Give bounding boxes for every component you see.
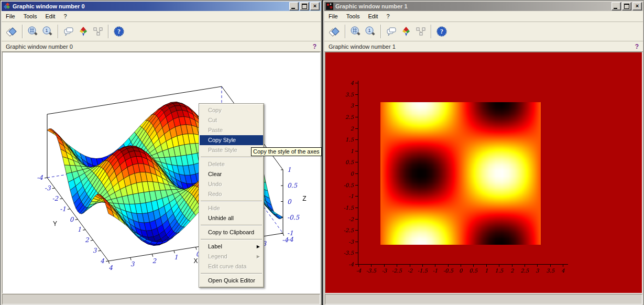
colormap-icon[interactable]: [77, 25, 90, 38]
zoom-area-icon[interactable]: [349, 25, 363, 38]
context-menu: Copy Cut Paste Copy Style Paste Style De…: [199, 103, 264, 288]
scilab-app-icon: [3, 3, 10, 10]
menu-separator: [201, 239, 262, 240]
svg-text:?: ?: [117, 28, 121, 35]
ctx-delete: Delete: [200, 159, 263, 169]
ged-editor-icon[interactable]: [385, 25, 398, 38]
maximize-icon: [302, 4, 307, 9]
svg-text:1: 1: [45, 28, 48, 33]
minimize-button[interactable]: [289, 2, 299, 10]
maximize-icon: [624, 4, 629, 9]
ged-editor-icon[interactable]: [62, 25, 75, 38]
menu-help[interactable]: ?: [382, 12, 394, 20]
ctx-cut: Cut: [200, 115, 263, 125]
ctx-copy-style[interactable]: Copy Style: [200, 135, 263, 145]
toolbar-separator: [22, 25, 23, 38]
help-icon[interactable]: ?: [435, 25, 449, 38]
title-bar[interactable]: Graphic window number 1 ×: [324, 2, 643, 11]
figure-info-label: Graphic window number 0: [6, 43, 73, 50]
ctx-unhide-all[interactable]: Unhide all: [200, 213, 263, 223]
figure-info-bar: Graphic window number 1 ?: [324, 41, 643, 52]
toolbar: 1 ?: [2, 22, 321, 41]
ctx-open-quick-editor[interactable]: Open Quick Editor: [200, 276, 263, 286]
toolbar-separator: [380, 25, 381, 38]
ctx-hide: Hide: [200, 203, 263, 213]
svg-text:?: ?: [440, 28, 443, 35]
window-title: Graphic window number 1: [335, 3, 408, 9]
submenu-arrow-icon: ▶: [257, 252, 260, 262]
menu-bar: File Tools Edit ?: [2, 11, 321, 22]
figure-info-bar: Graphic window number 0 ?: [2, 41, 321, 52]
menu-separator: [201, 273, 262, 274]
graphic-window-1: Graphic window number 1 × File Tools Edi…: [323, 0, 644, 305]
toolbar-separator: [108, 25, 109, 38]
menu-separator: [201, 225, 262, 226]
title-bar[interactable]: Graphic window number 0 ×: [2, 2, 321, 11]
datatip-icon[interactable]: [91, 25, 105, 38]
export-figure-icon[interactable]: [5, 25, 19, 38]
colormap-icon[interactable]: [399, 25, 413, 38]
menu-help[interactable]: ?: [59, 12, 71, 20]
menu-tools[interactable]: Tools: [19, 12, 41, 20]
status-bar: [2, 294, 320, 304]
figure-thumbnail-icon: [326, 3, 333, 10]
graphic-window-0: Graphic window number 0 × File Tools Edi…: [0, 0, 322, 305]
tooltip: Copy the style of the axes: [251, 147, 322, 156]
infobar-help-badge[interactable]: ?: [313, 43, 316, 50]
infobar-help-badge[interactable]: ?: [635, 43, 639, 50]
close-button[interactable]: ×: [632, 2, 642, 10]
window-title: Graphic window number 0: [13, 3, 85, 9]
menu-edit[interactable]: Edit: [364, 12, 382, 20]
menu-file[interactable]: File: [324, 12, 342, 20]
menu-separator: [201, 201, 262, 202]
ctx-clear[interactable]: Clear: [200, 169, 263, 179]
surface-3d-canvas[interactable]: [3, 52, 320, 292]
ctx-paste: Paste: [200, 125, 263, 135]
ctx-legend: Legend▶: [200, 252, 263, 262]
toolbar: 1 ?: [324, 22, 643, 41]
menu-bar: File Tools Edit ?: [324, 11, 643, 22]
zoom-reset-icon[interactable]: 1: [364, 25, 377, 38]
heatmap-canvas[interactable]: [325, 52, 642, 292]
maximize-button[interactable]: [300, 2, 309, 10]
menu-separator: [201, 157, 262, 158]
ctx-edit-curve-data: Edit curve data: [200, 262, 263, 271]
ctx-label[interactable]: Label▶: [200, 242, 263, 252]
ctx-redo: Redo: [200, 189, 263, 199]
status-bar: [325, 294, 642, 304]
toolbar-separator: [431, 25, 432, 38]
help-icon[interactable]: ?: [112, 25, 126, 38]
export-figure-icon[interactable]: [328, 25, 342, 38]
menu-file[interactable]: File: [2, 12, 19, 20]
zoom-reset-icon[interactable]: 1: [41, 25, 54, 38]
menu-tools[interactable]: Tools: [342, 12, 364, 20]
svg-text:1: 1: [368, 28, 370, 33]
maximize-button[interactable]: [622, 2, 631, 10]
minimize-button[interactable]: [612, 2, 621, 10]
datatip-icon[interactable]: [414, 25, 428, 38]
zoom-area-icon[interactable]: [26, 25, 40, 38]
toolbar-separator: [58, 25, 59, 38]
ctx-copy-to-clipboard[interactable]: Copy to Clipboard: [200, 227, 263, 237]
ctx-undo: Undo: [200, 179, 263, 189]
close-icon: ×: [313, 3, 316, 8]
figure-info-label: Graphic window number 1: [329, 43, 396, 50]
submenu-arrow-icon: ▶: [257, 242, 260, 252]
toolbar-separator: [345, 25, 346, 38]
heatmap-plot-area[interactable]: [325, 52, 642, 293]
surface-plot-area[interactable]: [2, 52, 320, 293]
menu-edit[interactable]: Edit: [41, 12, 59, 20]
minimize-icon: [614, 8, 617, 9]
close-icon: ×: [636, 3, 639, 8]
minimize-icon: [291, 8, 295, 9]
close-button[interactable]: ×: [310, 2, 320, 10]
ctx-copy: Copy: [200, 105, 263, 115]
